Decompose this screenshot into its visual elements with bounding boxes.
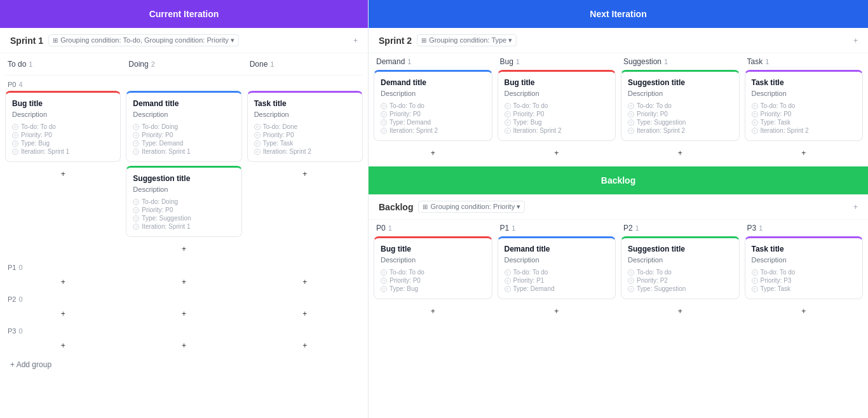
- backlog-p1-add[interactable]: +: [498, 303, 616, 320]
- sprint1-title: Sprint 1: [10, 36, 43, 46]
- todo-add-btn[interactable]: +: [5, 166, 121, 182]
- p3-doing-add[interactable]: +: [126, 337, 241, 354]
- meta-icon: ○: [505, 119, 511, 126]
- meta-icon: ○: [628, 278, 634, 284]
- backlog-header: Backlog: [369, 166, 868, 194]
- p1-doing-add[interactable]: +: [126, 274, 241, 290]
- meta-icon: ○: [381, 128, 387, 134]
- card-demand-desc: Description: [133, 111, 234, 118]
- p3-todo-add[interactable]: +: [5, 337, 121, 354]
- backlog-add-column[interactable]: +: [853, 203, 858, 212]
- sprint2-demand-title: Demand title: [381, 78, 485, 87]
- sprint2-col-task-header: Task 1: [745, 53, 864, 70]
- sprint2-suggestion-add[interactable]: +: [621, 145, 740, 161]
- done-col-p0: Task title Description ○To-do: Done ○Pri…: [247, 91, 363, 257]
- p2-doing-add[interactable]: +: [126, 306, 241, 322]
- meta-icon: ○: [628, 111, 634, 118]
- p1-cards-row: + + +: [5, 274, 363, 290]
- p3-done-add[interactable]: +: [247, 337, 363, 354]
- p2-todo-add[interactable]: +: [5, 306, 121, 322]
- meta-icon: ○: [628, 103, 634, 109]
- backlog-p3-desc: Description: [752, 256, 857, 264]
- card-bug-title: Bug title: [12, 99, 114, 108]
- sprint1-add-column[interactable]: +: [353, 36, 358, 45]
- backlog-title: Backlog: [379, 202, 413, 212]
- backlog-p3-title: Task title: [752, 245, 857, 253]
- sprint2-task-col: Task 1 Task title Description ○To-do: To…: [745, 53, 864, 161]
- sprint2-demand-meta: ○To-do: To do ○Priority: P0 ○Type: Deman…: [381, 102, 485, 134]
- meta-icon: ○: [752, 128, 758, 134]
- sprint1-grouping[interactable]: ⊞ Grouping condition: To-do, Grouping co…: [48, 34, 239, 46]
- card-demand-title: Demand title: [133, 99, 234, 108]
- meta-icon: ○: [505, 128, 511, 134]
- sprint2-grouping[interactable]: ⊞ Grouping condition: Type ▾: [417, 34, 517, 46]
- card-bug-desc: Description: [12, 111, 114, 118]
- col-header-done: Done 1: [247, 56, 363, 72]
- meta-icon: ○: [628, 286, 634, 292]
- done-add-btn[interactable]: +: [247, 166, 363, 182]
- sprint2-demand-desc: Description: [381, 90, 485, 97]
- sprint2-bug-add[interactable]: +: [498, 145, 616, 161]
- meta-icon: ○: [381, 269, 387, 276]
- todo-col-p0: Bug title Description ○To-do: To do ○Pri…: [5, 91, 121, 257]
- backlog-p0-header: P0 1: [374, 220, 492, 236]
- card-suggestion-desc: Description: [133, 185, 234, 193]
- meta-icon: ○: [752, 103, 758, 109]
- meta-icon: ○: [133, 215, 139, 222]
- backlog-p0-add[interactable]: +: [374, 303, 492, 320]
- card-demand-meta: ○To-do: Doing ○Priority: P0 ○Type: Deman…: [133, 123, 234, 155]
- sprint2-bug-card: Bug title Description ○To-do: To do ○Pri…: [498, 70, 616, 141]
- meta-icon: ○: [628, 119, 634, 126]
- card-task-sprint1: Task title Description ○To-do: Done ○Pri…: [247, 91, 363, 162]
- sprint2-task-add[interactable]: +: [745, 145, 864, 161]
- sprint1-grouping-label: Grouping condition: To-do, Grouping cond…: [60, 36, 234, 44]
- col-header-doing: Doing 2: [126, 56, 241, 72]
- add-group-btn[interactable]: + Add group: [0, 355, 368, 374]
- meta-icon: ○: [381, 111, 387, 118]
- meta-icon: ○: [254, 149, 261, 155]
- priority-p0-label: P0 4: [5, 78, 363, 91]
- backlog-p1-col: P1 1 Demand title Description ○To-do: To…: [498, 220, 616, 320]
- sprint2-suggestion-meta: ○To-do: To do ○Priority: P0 ○Type: Sugge…: [628, 102, 733, 134]
- priority-p2-section: P2 0 + + +: [0, 292, 368, 323]
- meta-icon: ○: [133, 224, 139, 230]
- sprint2-task-title: Task title: [752, 78, 857, 87]
- sprint2-suggestion-col: Suggestion 1 Suggestion title Descriptio…: [621, 53, 740, 161]
- p2-done-add[interactable]: +: [247, 306, 363, 322]
- next-iteration-header: Next Iteration: [369, 0, 868, 28]
- backlog-p3-add[interactable]: +: [745, 303, 864, 320]
- meta-icon: ○: [12, 149, 18, 155]
- meta-icon: ○: [505, 269, 511, 276]
- p3-done: +: [247, 337, 363, 354]
- doing-add-btn[interactable]: +: [126, 241, 241, 257]
- p1-todo-add[interactable]: +: [5, 274, 121, 290]
- backlog-p3-meta: ○To-do: To do ○Priority: P3 ○Type: Task: [752, 269, 857, 292]
- sprint2-columns: Demand 1 Demand title Description ○To-do…: [369, 53, 868, 166]
- sprint2-demand-col: Demand 1 Demand title Description ○To-do…: [374, 53, 492, 161]
- sprint2-task-meta: ○To-do: To do ○Priority: P0 ○Type: Task …: [752, 102, 857, 134]
- backlog-grouping[interactable]: ⊞ Grouping condition: Priority ▾: [418, 201, 525, 213]
- backlog-sprint-header: Backlog ⊞ Grouping condition: Priority ▾…: [369, 194, 868, 220]
- sprint2-add-column[interactable]: +: [853, 36, 858, 45]
- card-task-desc: Description: [254, 111, 356, 118]
- grid-icon: ⊞: [53, 37, 58, 44]
- grid-icon: ⊞: [421, 37, 426, 44]
- sprint2-demand-add[interactable]: +: [374, 145, 492, 161]
- meta-icon: ○: [133, 140, 139, 147]
- backlog-p2-add[interactable]: +: [621, 303, 740, 320]
- sprint1-columns-header: To do 1 Doing 2 Done 1: [0, 53, 368, 75]
- backlog-p1-title: Demand title: [505, 245, 609, 253]
- meta-icon: ○: [133, 207, 139, 213]
- backlog-p2-desc: Description: [628, 256, 733, 264]
- p1-done-add[interactable]: +: [247, 274, 363, 290]
- card-suggestion-meta: ○To-do: Doing ○Priority: P0 ○Type: Sugge…: [133, 198, 234, 230]
- sprint2-suggestion-title: Suggestion title: [628, 78, 733, 87]
- meta-icon: ○: [505, 286, 511, 292]
- backlog-p3-header: P3 1: [745, 220, 864, 236]
- current-iteration-header: Current Iteration: [0, 0, 368, 28]
- sprint2-grouping-label: Grouping condition: Type ▾: [429, 36, 512, 44]
- priority-p3-section: P3 0 + + +: [0, 323, 368, 355]
- meta-icon: ○: [752, 278, 758, 284]
- backlog-p3-col: P3 1 Task title Description ○To-do: To d…: [745, 220, 864, 320]
- backlog-p3-card: Task title Description ○To-do: To do ○Pr…: [745, 236, 864, 299]
